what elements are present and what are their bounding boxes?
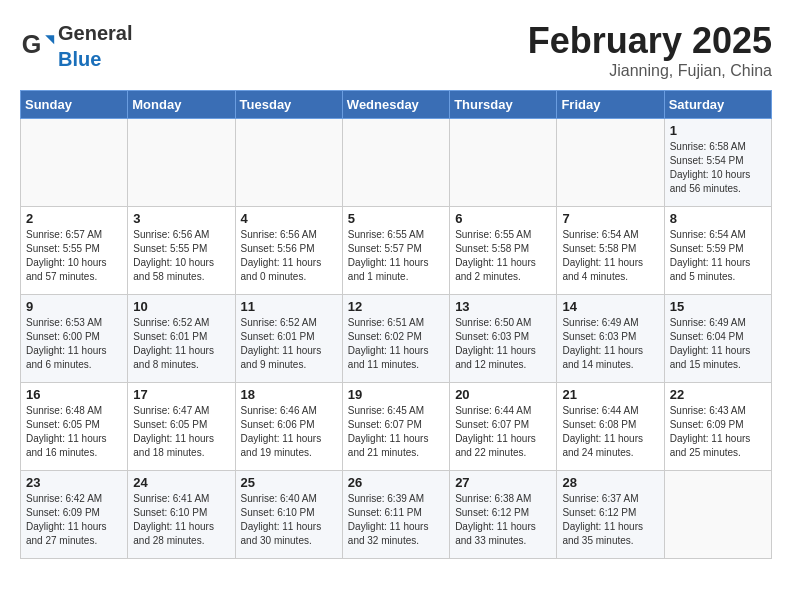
cell-info: Sunrise: 6:48 AMSunset: 6:05 PMDaylight:…: [26, 404, 122, 460]
cell-info: Sunrise: 6:46 AMSunset: 6:06 PMDaylight:…: [241, 404, 337, 460]
logo: G General Blue: [20, 20, 132, 72]
calendar-cell: 15Sunrise: 6:49 AMSunset: 6:04 PMDayligh…: [664, 295, 771, 383]
cell-info: Sunrise: 6:41 AMSunset: 6:10 PMDaylight:…: [133, 492, 229, 548]
cell-info: Sunrise: 6:44 AMSunset: 6:08 PMDaylight:…: [562, 404, 658, 460]
day-number: 6: [455, 211, 551, 226]
cell-info: Sunrise: 6:44 AMSunset: 6:07 PMDaylight:…: [455, 404, 551, 460]
day-number: 22: [670, 387, 766, 402]
day-number: 7: [562, 211, 658, 226]
calendar-cell: [235, 119, 342, 207]
calendar-table: SundayMondayTuesdayWednesdayThursdayFrid…: [20, 90, 772, 559]
logo-icon: G: [20, 28, 56, 64]
day-number: 19: [348, 387, 444, 402]
cell-info: Sunrise: 6:43 AMSunset: 6:09 PMDaylight:…: [670, 404, 766, 460]
month-title: February 2025: [528, 20, 772, 62]
calendar-cell: 7Sunrise: 6:54 AMSunset: 5:58 PMDaylight…: [557, 207, 664, 295]
col-header-tuesday: Tuesday: [235, 91, 342, 119]
calendar-cell: [557, 119, 664, 207]
col-header-monday: Monday: [128, 91, 235, 119]
page-header: G General Blue February 2025 Jianning, F…: [20, 20, 772, 80]
day-number: 5: [348, 211, 444, 226]
week-row-4: 16Sunrise: 6:48 AMSunset: 6:05 PMDayligh…: [21, 383, 772, 471]
calendar-cell: 16Sunrise: 6:48 AMSunset: 6:05 PMDayligh…: [21, 383, 128, 471]
title-block: February 2025 Jianning, Fujian, China: [528, 20, 772, 80]
calendar-cell: 22Sunrise: 6:43 AMSunset: 6:09 PMDayligh…: [664, 383, 771, 471]
calendar-cell: 9Sunrise: 6:53 AMSunset: 6:00 PMDaylight…: [21, 295, 128, 383]
calendar-cell: 19Sunrise: 6:45 AMSunset: 6:07 PMDayligh…: [342, 383, 449, 471]
cell-info: Sunrise: 6:45 AMSunset: 6:07 PMDaylight:…: [348, 404, 444, 460]
day-number: 25: [241, 475, 337, 490]
cell-info: Sunrise: 6:56 AMSunset: 5:56 PMDaylight:…: [241, 228, 337, 284]
logo-general: General: [58, 22, 132, 44]
cell-info: Sunrise: 6:52 AMSunset: 6:01 PMDaylight:…: [241, 316, 337, 372]
day-number: 24: [133, 475, 229, 490]
calendar-cell: 23Sunrise: 6:42 AMSunset: 6:09 PMDayligh…: [21, 471, 128, 559]
calendar-cell: 4Sunrise: 6:56 AMSunset: 5:56 PMDaylight…: [235, 207, 342, 295]
week-row-5: 23Sunrise: 6:42 AMSunset: 6:09 PMDayligh…: [21, 471, 772, 559]
day-number: 26: [348, 475, 444, 490]
calendar-cell: 18Sunrise: 6:46 AMSunset: 6:06 PMDayligh…: [235, 383, 342, 471]
day-number: 3: [133, 211, 229, 226]
day-number: 14: [562, 299, 658, 314]
week-row-3: 9Sunrise: 6:53 AMSunset: 6:00 PMDaylight…: [21, 295, 772, 383]
cell-info: Sunrise: 6:49 AMSunset: 6:03 PMDaylight:…: [562, 316, 658, 372]
svg-text:G: G: [22, 30, 42, 58]
header-row: SundayMondayTuesdayWednesdayThursdayFrid…: [21, 91, 772, 119]
calendar-cell: [664, 471, 771, 559]
cell-info: Sunrise: 6:54 AMSunset: 5:58 PMDaylight:…: [562, 228, 658, 284]
col-header-friday: Friday: [557, 91, 664, 119]
day-number: 16: [26, 387, 122, 402]
day-number: 8: [670, 211, 766, 226]
cell-info: Sunrise: 6:47 AMSunset: 6:05 PMDaylight:…: [133, 404, 229, 460]
calendar-cell: 13Sunrise: 6:50 AMSunset: 6:03 PMDayligh…: [450, 295, 557, 383]
day-number: 28: [562, 475, 658, 490]
calendar-cell: 2Sunrise: 6:57 AMSunset: 5:55 PMDaylight…: [21, 207, 128, 295]
day-number: 10: [133, 299, 229, 314]
day-number: 4: [241, 211, 337, 226]
day-number: 9: [26, 299, 122, 314]
cell-info: Sunrise: 6:56 AMSunset: 5:55 PMDaylight:…: [133, 228, 229, 284]
cell-info: Sunrise: 6:39 AMSunset: 6:11 PMDaylight:…: [348, 492, 444, 548]
logo-blue: Blue: [58, 48, 101, 70]
calendar-cell: 26Sunrise: 6:39 AMSunset: 6:11 PMDayligh…: [342, 471, 449, 559]
cell-info: Sunrise: 6:55 AMSunset: 5:57 PMDaylight:…: [348, 228, 444, 284]
cell-info: Sunrise: 6:37 AMSunset: 6:12 PMDaylight:…: [562, 492, 658, 548]
calendar-cell: 28Sunrise: 6:37 AMSunset: 6:12 PMDayligh…: [557, 471, 664, 559]
calendar-cell: [21, 119, 128, 207]
cell-info: Sunrise: 6:51 AMSunset: 6:02 PMDaylight:…: [348, 316, 444, 372]
calendar-cell: 14Sunrise: 6:49 AMSunset: 6:03 PMDayligh…: [557, 295, 664, 383]
day-number: 12: [348, 299, 444, 314]
day-number: 15: [670, 299, 766, 314]
calendar-cell: 25Sunrise: 6:40 AMSunset: 6:10 PMDayligh…: [235, 471, 342, 559]
day-number: 2: [26, 211, 122, 226]
col-header-wednesday: Wednesday: [342, 91, 449, 119]
calendar-cell: 11Sunrise: 6:52 AMSunset: 6:01 PMDayligh…: [235, 295, 342, 383]
day-number: 20: [455, 387, 551, 402]
calendar-cell: 17Sunrise: 6:47 AMSunset: 6:05 PMDayligh…: [128, 383, 235, 471]
calendar-cell: [128, 119, 235, 207]
cell-info: Sunrise: 6:53 AMSunset: 6:00 PMDaylight:…: [26, 316, 122, 372]
calendar-cell: 12Sunrise: 6:51 AMSunset: 6:02 PMDayligh…: [342, 295, 449, 383]
cell-info: Sunrise: 6:58 AMSunset: 5:54 PMDaylight:…: [670, 140, 766, 196]
calendar-cell: 6Sunrise: 6:55 AMSunset: 5:58 PMDaylight…: [450, 207, 557, 295]
week-row-1: 1Sunrise: 6:58 AMSunset: 5:54 PMDaylight…: [21, 119, 772, 207]
svg-marker-1: [45, 35, 54, 44]
calendar-cell: 24Sunrise: 6:41 AMSunset: 6:10 PMDayligh…: [128, 471, 235, 559]
day-number: 17: [133, 387, 229, 402]
day-number: 21: [562, 387, 658, 402]
calendar-cell: 27Sunrise: 6:38 AMSunset: 6:12 PMDayligh…: [450, 471, 557, 559]
calendar-cell: 1Sunrise: 6:58 AMSunset: 5:54 PMDaylight…: [664, 119, 771, 207]
day-number: 18: [241, 387, 337, 402]
col-header-saturday: Saturday: [664, 91, 771, 119]
day-number: 23: [26, 475, 122, 490]
cell-info: Sunrise: 6:38 AMSunset: 6:12 PMDaylight:…: [455, 492, 551, 548]
cell-info: Sunrise: 6:54 AMSunset: 5:59 PMDaylight:…: [670, 228, 766, 284]
calendar-cell: 8Sunrise: 6:54 AMSunset: 5:59 PMDaylight…: [664, 207, 771, 295]
week-row-2: 2Sunrise: 6:57 AMSunset: 5:55 PMDaylight…: [21, 207, 772, 295]
cell-info: Sunrise: 6:57 AMSunset: 5:55 PMDaylight:…: [26, 228, 122, 284]
day-number: 27: [455, 475, 551, 490]
col-header-thursday: Thursday: [450, 91, 557, 119]
day-number: 1: [670, 123, 766, 138]
location: Jianning, Fujian, China: [528, 62, 772, 80]
calendar-cell: 20Sunrise: 6:44 AMSunset: 6:07 PMDayligh…: [450, 383, 557, 471]
